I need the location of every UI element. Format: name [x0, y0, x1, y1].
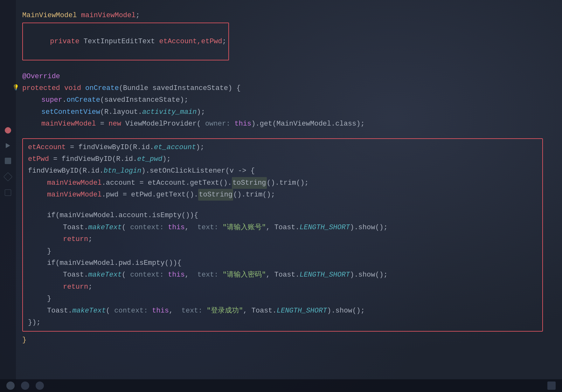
- code-editor: MainViewModel mainViewModel; private Tex…: [0, 0, 562, 356]
- code-line-2: private TextInputEditText etAccount,etPw…: [22, 23, 543, 60]
- bottom-icon-4: [547, 382, 556, 390]
- rb-close-listener: });: [28, 317, 537, 328]
- red-border-code-block: etAccount = findViewByID(R.id. et_accoun…: [22, 138, 543, 332]
- rb-line-etpwd: etPwd = findViewByID(R.id. et_pwd );: [28, 153, 537, 165]
- blank-line-2: [22, 130, 543, 136]
- rb-toast-account: Toast. makeText ( context: this , text: …: [28, 222, 537, 233]
- code-line-oncreate: 💡 protected void onCreate (Bundle savedI…: [22, 82, 543, 94]
- code-type: MainViewModel: [22, 10, 81, 21]
- sidebar-icon-marker: [5, 158, 11, 164]
- param-owner: owner:: [205, 118, 230, 130]
- keyword-protected: protected: [22, 82, 60, 94]
- rb-line-account-set: mainViewModel .account = etAccount.getTe…: [28, 177, 537, 189]
- sidebar-icon-arrow: [6, 143, 10, 148]
- rb-close-1: }: [28, 245, 537, 257]
- keyword-void: void: [64, 82, 81, 94]
- rb-toast-success: Toast. makeText ( context: this , text: …: [28, 305, 537, 317]
- tostring-highlight-2: toString: [198, 189, 233, 201]
- sidebar-icon-square: [5, 189, 11, 196]
- keyword-this-1: this: [234, 118, 251, 130]
- sidebar-icon-diamond: [3, 172, 12, 181]
- red-box-declaration: private TextInputEditText etAccount,etPw…: [22, 23, 229, 60]
- rb-close-2: }: [28, 293, 537, 305]
- rb-return-2: return ;: [28, 281, 537, 293]
- sidebar-icon-breakpoint: [5, 127, 11, 134]
- bottom-icon-2: [21, 382, 29, 390]
- method-setcontent: setContentView: [41, 106, 100, 118]
- rb-if-account: if(mainViewModel.account.isEmpty()){: [28, 210, 537, 221]
- code-closing-brace: }: [22, 334, 543, 346]
- code-line-setcontent: setContentView(R.layout.activity_main);: [22, 106, 543, 118]
- rb-blank-1: [28, 201, 537, 210]
- annotation-override: @Override: [22, 71, 60, 82]
- keyword-new: new: [108, 118, 121, 130]
- tostring-highlight-1: toString: [232, 177, 267, 189]
- code-line-1: MainViewModel mainViewModel;: [22, 10, 543, 21]
- code-var: mainViewModel: [81, 10, 136, 21]
- keyword-super: super: [41, 94, 62, 106]
- bottom-bar: [0, 379, 562, 392]
- blank-line-1: [22, 62, 543, 71]
- rb-if-pwd: if(mainViewModel.pwd.isEmpty()){: [28, 257, 537, 269]
- closing-brace: }: [22, 334, 26, 346]
- layout-name: activity_main: [142, 106, 197, 118]
- rb-line-etaccount: etAccount = findViewByID(R.id. et_accoun…: [28, 141, 537, 153]
- code-line-override: @Override: [22, 71, 543, 82]
- method-oncreate: onCreate: [85, 82, 119, 94]
- method-super-oncreate: onCreate: [66, 94, 100, 106]
- left-sidebar: [0, 0, 16, 392]
- rb-line-pwd-set: mainViewModel .pwd = etPwd.getText(). to…: [28, 189, 537, 201]
- bottom-icon-1: [6, 382, 15, 390]
- rb-line-btn-login: findViewByID(R.id. btn_login ).setOnClic…: [28, 165, 537, 177]
- rb-return-1: return ;: [28, 233, 537, 245]
- keyword-private: private: [50, 38, 79, 45]
- rb-toast-pwd: Toast. makeText ( context: this , text: …: [28, 269, 537, 281]
- code-line-super: super.onCreate(savedInstanceState);: [22, 94, 543, 106]
- var-mainviewmodel: mainViewModel: [41, 118, 96, 130]
- code-line-viewmodel: mainViewModel = new ViewModelProvider( o…: [22, 118, 543, 130]
- bottom-icon-3: [36, 382, 44, 390]
